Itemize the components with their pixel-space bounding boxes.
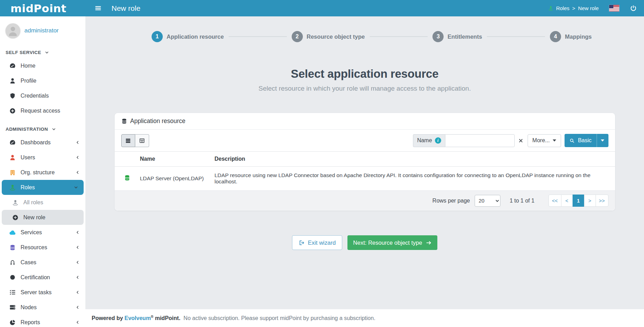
- basic-search-dropdown-toggle[interactable]: [597, 134, 608, 147]
- sidebar-item-cases[interactable]: Cases: [0, 255, 85, 270]
- icon-column-header: [115, 152, 135, 167]
- first-page-button[interactable]: <<: [549, 195, 561, 207]
- card-toolbar: Name i More... Basic: [115, 130, 615, 151]
- rows-per-page-select[interactable]: 20: [475, 195, 500, 207]
- sidebar-user-link[interactable]: administrator: [24, 27, 59, 34]
- name-column-header[interactable]: Name: [135, 152, 210, 167]
- tachometer-icon: [9, 139, 16, 146]
- table-row[interactable]: LDAP Server (OpenLDAP) LDAP resource usi…: [115, 167, 615, 191]
- search-icon: [569, 138, 575, 143]
- chevron-left-icon: [74, 290, 81, 295]
- page-1-button[interactable]: 1: [573, 195, 584, 207]
- more-filters-button[interactable]: More...: [528, 134, 561, 147]
- sidebar-item-certification[interactable]: Certification: [0, 270, 85, 285]
- top-bar: midPoint New role Roles > New role: [0, 0, 644, 16]
- table-grid-icon: [139, 138, 145, 144]
- chevron-left-icon: [74, 305, 81, 310]
- description-column-header[interactable]: Description: [210, 152, 615, 167]
- database-icon: [121, 118, 127, 124]
- next-page-button[interactable]: >: [584, 195, 596, 207]
- wizard-step-mappings[interactable]: 4 Mappings: [550, 31, 592, 42]
- chevron-left-icon: [74, 170, 81, 175]
- sidebar-item-resources[interactable]: Resources: [0, 240, 85, 255]
- clear-search-icon[interactable]: [518, 138, 523, 143]
- sidebar-item-request-access[interactable]: Request access: [0, 103, 85, 118]
- wizard-subtitle: Select resource in which your role will …: [85, 85, 644, 92]
- sidebar-section-self-service[interactable]: SELF SERVICE: [0, 46, 85, 58]
- sidebar-item-nodes[interactable]: Nodes: [0, 300, 85, 315]
- person-icon: [9, 78, 16, 84]
- step-connector: [487, 36, 545, 37]
- info-icon[interactable]: i: [435, 137, 441, 144]
- sidebar-item-new-role[interactable]: New role: [2, 210, 84, 225]
- sidebar-section-administration[interactable]: ADMINISTRATION: [0, 123, 85, 135]
- main-content: 1 Application resource 2 Resource object…: [85, 16, 644, 309]
- sidebar-item-profile[interactable]: Profile: [0, 73, 85, 88]
- chevron-left-icon: [74, 140, 81, 145]
- wizard-step-entitlements[interactable]: 3 Entitlements: [432, 31, 482, 42]
- midpoint-logo[interactable]: midPoint: [10, 2, 67, 15]
- basic-search-button[interactable]: Basic: [565, 134, 596, 147]
- search-field-label: Name i: [413, 134, 445, 147]
- sidebar: administrator SELF SERVICE Home Profile …: [0, 16, 85, 327]
- product-name: midPoint.: [155, 315, 181, 321]
- table-header-row: Name Description: [115, 152, 615, 167]
- plus-circle-icon: [9, 108, 16, 114]
- subscription-note: No active subscription. Please support m…: [184, 315, 376, 321]
- sidebar-item-server-tasks[interactable]: Server tasks: [0, 285, 85, 300]
- shield-icon: [9, 93, 16, 99]
- basic-search-group: Basic: [565, 134, 608, 147]
- sidebar-item-reports[interactable]: Reports: [0, 315, 85, 327]
- sidebar-item-services[interactable]: Services: [0, 225, 85, 240]
- resource-description-cell: LDAP resource using new LDAP Connector b…: [210, 167, 615, 191]
- sidebar-item-users[interactable]: Users: [0, 150, 85, 165]
- wizard-steps: 1 Application resource 2 Resource object…: [85, 16, 644, 42]
- breadcrumb-separator: >: [572, 5, 575, 11]
- sidebar-item-credentials[interactable]: Credentials: [0, 88, 85, 103]
- wizard-title: Select application resource: [85, 67, 644, 81]
- task-list-icon: [9, 289, 16, 296]
- chevron-down-icon: [45, 50, 49, 55]
- role-person-icon: [548, 6, 553, 11]
- sidebar-item-all-roles[interactable]: All roles: [0, 195, 85, 210]
- page-title: New role: [112, 4, 140, 13]
- chevron-left-icon: [74, 275, 81, 280]
- caret-down-icon: [601, 139, 604, 142]
- chevron-down-icon: [52, 127, 56, 131]
- next-step-button[interactable]: Next: Resource object type: [347, 235, 437, 250]
- previous-page-button[interactable]: <: [561, 195, 573, 207]
- chevron-left-icon: [74, 245, 81, 250]
- table-view-button[interactable]: [135, 134, 149, 147]
- footer: Powered by Evolveum® midPoint. No active…: [85, 309, 644, 327]
- us-flag-icon[interactable]: [609, 5, 619, 12]
- sidebar-item-roles[interactable]: Roles: [2, 180, 84, 195]
- list-view-button[interactable]: [121, 134, 135, 147]
- arrow-right-icon: [426, 240, 432, 246]
- pagination-bar: Rows per page 20 1 to 1 of 1 << < 1 > >>: [115, 190, 615, 211]
- card-header: Application resource: [115, 113, 615, 130]
- building-icon: [9, 169, 16, 176]
- pagination-range-label: 1 to 1 of 1: [509, 198, 534, 204]
- plus-circle-icon: [12, 214, 19, 221]
- logout-power-icon[interactable]: [630, 5, 637, 12]
- breadcrumb-parent[interactable]: Roles: [556, 5, 569, 11]
- name-search-input[interactable]: [445, 134, 515, 147]
- wizard-step-application-resource[interactable]: 1 Application resource: [152, 31, 224, 42]
- certificate-icon: [9, 274, 16, 281]
- evolveum-link[interactable]: Evolveum: [124, 315, 151, 321]
- sidebar-item-org-structure[interactable]: Org. structure: [0, 165, 85, 180]
- card-title: Application resource: [130, 117, 186, 125]
- chevron-left-icon: [74, 155, 81, 160]
- seated-person-icon: [12, 199, 19, 206]
- server-icon: [9, 304, 16, 311]
- chevron-left-icon: [74, 320, 81, 325]
- turn-arrows-icon: [9, 259, 16, 266]
- wizard-step-resource-object-type[interactable]: 2 Resource object type: [292, 31, 365, 42]
- exit-wizard-button[interactable]: Exit wizard: [292, 235, 343, 250]
- hamburger-menu-icon[interactable]: [94, 5, 102, 12]
- person-icon: [9, 154, 16, 161]
- last-page-button[interactable]: >>: [596, 195, 608, 207]
- sidebar-item-home[interactable]: Home: [0, 58, 85, 73]
- sidebar-item-dashboards[interactable]: Dashboards: [0, 135, 85, 150]
- resource-name-cell[interactable]: LDAP Server (OpenLDAP): [135, 167, 210, 191]
